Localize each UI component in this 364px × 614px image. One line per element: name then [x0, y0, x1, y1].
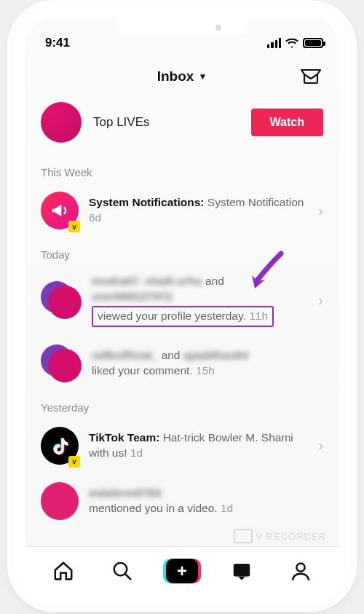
recorder-watermark: V RECORDER [234, 529, 326, 543]
inbox-title-text: Inbox [157, 68, 194, 84]
inbox-header: Inbox ▼ [25, 55, 339, 95]
watch-button[interactable]: Watch [251, 109, 323, 136]
status-indicators [267, 38, 323, 48]
inbox-title-dropdown[interactable]: Inbox ▼ [157, 68, 207, 84]
live-avatar [41, 102, 82, 143]
notification-tiktok-team[interactable]: v TikTok Team: Hat-trick Bowler M. Shami… [25, 418, 339, 473]
verified-badge: v [68, 221, 80, 232]
signal-icon [267, 38, 281, 48]
tab-create[interactable]: + [166, 559, 198, 583]
notif-time: 15h [196, 364, 215, 377]
tab-profile[interactable] [285, 560, 317, 582]
notch [116, 17, 248, 36]
top-lives-row[interactable]: Top LIVEs Watch [25, 95, 339, 156]
watermark-text: V RECORDER [256, 531, 326, 542]
double-avatar [41, 281, 82, 319]
home-icon [52, 560, 74, 582]
megaphone-avatar: v [41, 192, 79, 229]
chevron-right-icon: › [318, 202, 323, 219]
tiktok-avatar: v [41, 427, 79, 465]
notification-body: rafikofficial_ and ajaablhan94 liked you… [92, 348, 323, 379]
username-blurred: ajaablhan94 [183, 349, 248, 361]
screen: 9:41 Inbox ▼ Top LIVEs Watch Th [25, 17, 339, 594]
username-blurred: rafikofficial_ [92, 349, 158, 361]
notif-time: 11h [249, 310, 268, 322]
notif-title-rest: System Notification [207, 196, 304, 208]
search-icon [111, 560, 133, 582]
chevron-right-icon: › [318, 437, 323, 454]
watermark-icon [234, 529, 253, 543]
section-yesterday: Yesterday [25, 391, 339, 418]
notification-profile-view[interactable]: modra07. shaik.urhu and user689127972 vi… [25, 265, 339, 336]
tab-home[interactable] [47, 560, 79, 582]
highlighted-text: viewed your profile yesterday. 11h [92, 306, 274, 327]
notification-body: TikTok Team: Hat-trick Bowler M. Shami w… [89, 430, 308, 461]
battery-icon [303, 38, 323, 48]
notif-time: 1d [130, 446, 143, 459]
tab-inbox[interactable] [226, 560, 258, 582]
notification-comment-like[interactable]: rafikofficial_ and ajaablhan94 liked you… [25, 336, 339, 391]
notification-body: mdalerm0784 mentioned you in a video. 1d [89, 486, 323, 516]
section-today: Today [25, 238, 339, 265]
notif-title-bold: System Notifications: [89, 196, 204, 208]
profile-icon [290, 560, 312, 582]
connector: and [162, 349, 181, 361]
direct-messages-icon[interactable] [300, 67, 322, 84]
username-blurred: mdalerm0784 [89, 487, 161, 499]
notif-time: 6d [89, 211, 101, 224]
double-avatar [41, 345, 82, 382]
plus-icon: + [177, 562, 187, 580]
notif-time: 1d [221, 502, 233, 514]
profile-view-text: viewed your profile yesterday. [98, 310, 246, 322]
chevron-right-icon: › [318, 292, 323, 309]
notification-body: modra07. shaik.urhu and user689127972 vi… [92, 274, 308, 327]
username-blurred: modra07. shaik.urhu [92, 275, 202, 287]
user-avatar [41, 482, 79, 520]
notif-title-bold: TikTok Team: [89, 431, 159, 444]
username-blurred: user689127972 [92, 290, 172, 302]
status-time: 9:41 [45, 36, 70, 50]
notification-system[interactable]: v System Notifications: System Notificat… [25, 183, 339, 238]
tab-discover[interactable] [106, 560, 138, 582]
phone-frame: 9:41 Inbox ▼ Top LIVEs Watch Th [15, 7, 349, 605]
top-lives-label: Top LIVEs [93, 115, 240, 130]
notification-mention[interactable]: mdalerm0784 mentioned you in a video. 1d [25, 473, 339, 529]
svg-rect-1 [233, 564, 250, 577]
verified-badge: v [68, 456, 80, 468]
svg-point-2 [297, 563, 305, 571]
wifi-icon [285, 38, 298, 48]
notification-body: System Notifications: System Notificatio… [89, 195, 308, 226]
comment-like-text: liked your comment. [92, 364, 193, 377]
create-button[interactable]: + [166, 559, 198, 583]
chevron-down-icon: ▼ [198, 71, 207, 82]
mention-text: mentioned you in a video. [89, 502, 218, 514]
inbox-icon [231, 560, 253, 582]
bottom-tabbar: + [25, 546, 339, 594]
section-this-week: This Week [25, 156, 339, 183]
connector: and [205, 275, 224, 287]
